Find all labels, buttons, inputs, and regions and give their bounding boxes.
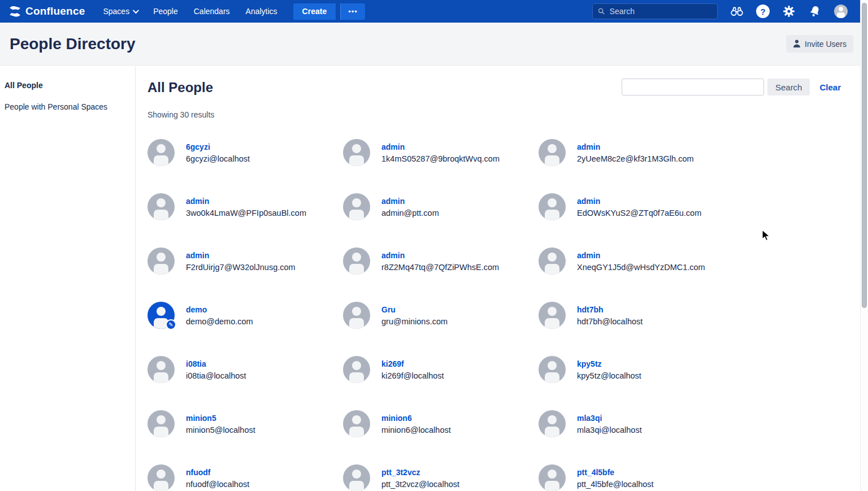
person-name-link[interactable]: ptt_4l5bfe	[577, 468, 654, 477]
person-name-link[interactable]: ki269f	[381, 359, 444, 368]
person-name-link[interactable]: admin	[577, 251, 705, 260]
person-email: 1k4mS05287@9broqktWvq.com	[381, 154, 500, 163]
directory-search-controls: Search Clear	[622, 79, 841, 95]
directory-search-input[interactable]	[622, 79, 764, 95]
person-silhouette-icon	[539, 356, 566, 383]
invite-users-button[interactable]: Invite Users	[786, 35, 853, 53]
person-card: ✎ admin EdOWsKYuS2@ZTq0f7aE6u.com	[539, 193, 734, 220]
person-name-link[interactable]: admin	[186, 197, 306, 206]
user-avatar[interactable]: ✎	[343, 302, 370, 329]
person-info: admin 3wo0k4LmaW@PFIp0sauBl.com	[186, 197, 306, 218]
user-avatar[interactable]: ✎	[539, 356, 566, 383]
user-avatar[interactable]: ✎	[539, 410, 566, 437]
gear-icon[interactable]	[782, 5, 796, 18]
user-avatar[interactable]: ✎	[343, 139, 370, 166]
person-name-link[interactable]: Gru	[381, 305, 448, 314]
sidebar-item-all-people[interactable]: All People	[5, 81, 129, 90]
profile-avatar-icon[interactable]	[834, 5, 848, 18]
person-silhouette-icon	[539, 193, 566, 220]
person-info: admin 1k4mS05287@9broqktWvq.com	[381, 142, 500, 163]
brand-name: Confluence	[25, 5, 85, 18]
person-card: ✎ Gru gru@minions.com	[343, 302, 539, 329]
person-card: ✎ demo demo@demo.com	[147, 302, 343, 329]
person-card: ✎ i08tia i08tia@localhost	[147, 356, 343, 383]
person-silhouette-icon	[147, 410, 175, 437]
user-avatar[interactable]: ✎	[147, 193, 175, 220]
person-name-link[interactable]: admin	[186, 251, 296, 260]
person-email: admin@ptt.com	[381, 208, 439, 218]
content-area: All People People with Personal Spaces A…	[0, 66, 868, 491]
nav-item-spaces[interactable]: Spaces	[97, 3, 143, 19]
nav-item-people[interactable]: People	[147, 3, 184, 19]
clear-search-link[interactable]: Clear	[819, 82, 841, 92]
person-name-link[interactable]: admin	[577, 142, 694, 151]
person-name-link[interactable]: minion6	[381, 414, 451, 423]
person-silhouette-icon	[539, 464, 566, 491]
person-info: mla3qi mla3qi@localhost	[577, 414, 642, 434]
person-silhouette-icon	[343, 302, 370, 329]
person-silhouette-icon	[147, 464, 175, 491]
person-email: 2yUeeM8c2e@kf3r1M3Glh.com	[577, 154, 694, 163]
person-silhouette-icon	[343, 193, 370, 220]
user-avatar[interactable]: ✎	[539, 464, 566, 491]
user-avatar[interactable]: ✎	[343, 356, 370, 383]
user-avatar[interactable]: ✎	[147, 356, 175, 383]
sidebar-item-people-with-personal-spaces[interactable]: People with Personal Spaces	[5, 102, 129, 111]
nav-item-calendars[interactable]: Calendars	[188, 3, 236, 19]
person-info: admin XneqGY1J5d@wHsdYzDMC1.com	[577, 251, 705, 272]
person-email: minion5@localhost	[186, 425, 255, 434]
user-avatar[interactable]: ✎	[147, 139, 175, 166]
user-avatar[interactable]: ✎	[539, 302, 566, 329]
person-name-link[interactable]: minion5	[186, 414, 255, 423]
person-card: ✎ mla3qi mla3qi@localhost	[539, 410, 734, 437]
vertical-scrollbar-thumb[interactable]	[862, 3, 867, 308]
person-email: nfuodf@localhost	[186, 480, 249, 489]
user-avatar[interactable]: ✎	[147, 464, 175, 491]
page-header: People Directory Invite Users	[0, 23, 868, 66]
person-name-link[interactable]: 6gcyzi	[186, 142, 250, 151]
person-card: ✎ 6gcyzi 6gcyzi@localhost	[147, 139, 343, 166]
user-avatar[interactable]: ✎	[147, 302, 175, 329]
person-name-link[interactable]: i08tia	[186, 359, 246, 368]
binoculars-icon[interactable]	[730, 5, 744, 18]
nav-item-analytics[interactable]: Analytics	[240, 3, 283, 19]
directory-search-button[interactable]: Search	[767, 79, 810, 95]
person-name-link[interactable]: admin	[381, 142, 500, 151]
confluence-logo[interactable]: Confluence	[9, 5, 85, 18]
user-avatar[interactable]: ✎	[147, 247, 175, 275]
user-avatar[interactable]: ✎	[343, 193, 370, 220]
person-card: ✎ admin 1k4mS05287@9broqktWvq.com	[343, 139, 539, 166]
person-name-link[interactable]: ptt_3t2vcz	[381, 468, 459, 477]
person-email: ki269f@localhost	[381, 371, 444, 380]
user-avatar[interactable]: ✎	[343, 247, 370, 275]
person-name-link[interactable]: kpy5tz	[577, 359, 641, 368]
person-card: ✎ admin XneqGY1J5d@wHsdYzDMC1.com	[539, 247, 734, 275]
person-info: ki269f ki269f@localhost	[381, 359, 444, 380]
person-name-link[interactable]: mla3qi	[577, 414, 642, 423]
person-card: ✎ ptt_3t2vcz ptt_3t2vcz@localhost	[343, 464, 539, 491]
user-avatar[interactable]: ✎	[147, 410, 175, 437]
user-avatar[interactable]: ✎	[539, 139, 566, 166]
global-search-input[interactable]	[610, 7, 712, 16]
people-grid: ✎ 6gcyzi 6gcyzi@localhost ✎ admin 1k4mS0…	[147, 139, 868, 491]
bell-icon[interactable]	[808, 5, 822, 18]
vertical-scrollbar-track[interactable]	[860, 0, 868, 491]
person-name-link[interactable]: demo	[186, 305, 253, 314]
person-name-link[interactable]: admin	[381, 197, 439, 206]
person-name-link[interactable]: nfuodf	[186, 468, 249, 477]
create-more-options-button[interactable]: •••	[340, 3, 365, 20]
person-card: ✎ ki269f ki269f@localhost	[343, 356, 539, 383]
person-name-link[interactable]: admin	[381, 251, 499, 260]
main-panel: All People Showing 30 results Search Cle…	[136, 66, 868, 491]
create-button[interactable]: Create	[293, 3, 336, 20]
person-email: demo@demo.com	[186, 317, 253, 326]
global-search-box[interactable]	[592, 3, 718, 19]
user-avatar[interactable]: ✎	[343, 410, 370, 437]
user-avatar[interactable]: ✎	[343, 464, 370, 491]
person-name-link[interactable]: hdt7bh	[577, 305, 643, 314]
user-avatar[interactable]: ✎	[539, 193, 566, 220]
help-icon[interactable]: ?	[756, 5, 770, 18]
person-info: Gru gru@minions.com	[381, 305, 448, 326]
user-avatar[interactable]: ✎	[539, 247, 566, 275]
person-name-link[interactable]: admin	[577, 197, 701, 206]
